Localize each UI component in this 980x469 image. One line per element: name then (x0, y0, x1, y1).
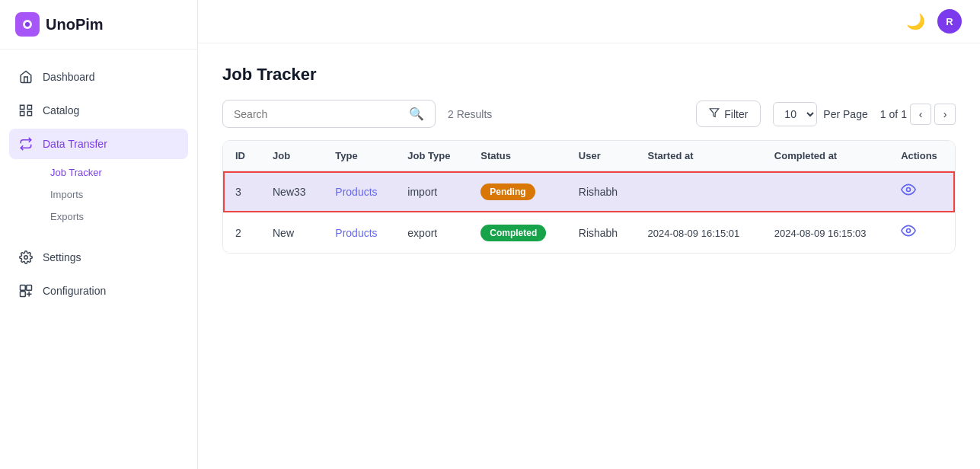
svg-rect-4 (27, 105, 31, 109)
page-total: 1 (901, 108, 907, 120)
cell-actions (889, 212, 955, 254)
cell-user: Rishabh (567, 212, 636, 254)
cell-job: New (260, 212, 323, 254)
cell-job-type: export (395, 212, 468, 254)
catalog-icon (18, 103, 34, 118)
logo-icon (15, 12, 40, 37)
col-started-at: Started at (636, 141, 762, 171)
sidebar-item-dashboard-label: Dashboard (43, 71, 95, 83)
svg-rect-10 (21, 292, 26, 297)
sidebar-item-settings-label: Settings (43, 251, 81, 263)
sidebar-item-configuration[interactable]: Configuration (9, 276, 188, 306)
svg-rect-8 (21, 286, 26, 291)
per-page-group: 10 25 50 Per Page (773, 102, 867, 126)
sidebar: UnoPim Dashboard Catalog (0, 0, 198, 469)
sub-nav: Job Tracker Imports Exports (9, 162, 188, 227)
svg-marker-11 (710, 109, 719, 117)
search-icon: 🔍 (409, 107, 424, 121)
table-header-row: ID Job Type Job Type Status User Started… (223, 141, 955, 171)
main-content: 🌙 R Job Tracker 🔍 2 Results Filter (198, 0, 980, 469)
per-page-select[interactable]: 10 25 50 (773, 102, 817, 126)
col-type: Type (323, 141, 395, 171)
cell-type: Products (323, 171, 395, 212)
cell-type: Products (323, 212, 395, 254)
col-status: Status (468, 141, 567, 171)
per-page-label: Per Page (823, 108, 867, 120)
next-page-button[interactable]: › (934, 104, 956, 125)
configuration-icon (18, 283, 34, 298)
toolbar: 🔍 2 Results Filter 10 25 50 Per Page (222, 100, 956, 128)
sidebar-item-configuration-label: Configuration (43, 285, 106, 297)
cell-id: 2 (223, 212, 260, 254)
dark-mode-toggle[interactable]: 🌙 (906, 12, 925, 30)
topbar: 🌙 R (198, 0, 980, 43)
sidebar-item-job-tracker[interactable]: Job Tracker (43, 162, 188, 183)
cell-user: Rishabh (567, 171, 636, 212)
sidebar-item-data-transfer[interactable]: Data Transfer (9, 129, 188, 159)
svg-point-12 (907, 188, 911, 192)
sidebar-nav: Dashboard Catalog Data Transfer (0, 49, 197, 318)
sidebar-item-exports[interactable]: Exports (43, 206, 188, 227)
sidebar-item-imports[interactable]: Imports (43, 184, 188, 205)
col-id: ID (223, 141, 260, 171)
view-action-icon[interactable] (901, 226, 916, 241)
svg-point-13 (907, 229, 911, 233)
cell-job: New33 (260, 171, 323, 212)
cell-started-at: 2024-08-09 16:15:01 (636, 212, 762, 254)
cell-completed-at: 2024-08-09 16:15:03 (762, 212, 889, 254)
svg-rect-5 (21, 112, 24, 116)
results-count: 2 Results (448, 108, 492, 120)
cell-id: 3 (223, 171, 260, 212)
page-current: 1 (880, 108, 886, 120)
search-input[interactable] (234, 108, 403, 120)
svg-rect-3 (21, 105, 24, 109)
cell-status: Completed (468, 212, 567, 254)
view-action-icon[interactable] (901, 185, 916, 200)
sidebar-item-dashboard[interactable]: Dashboard (9, 62, 188, 92)
cell-status: Pending (468, 171, 567, 212)
cell-completed-at (762, 171, 889, 212)
page-info: 1 of 1 ‹ › (880, 104, 956, 125)
svg-rect-6 (27, 112, 31, 116)
col-actions: Actions (889, 141, 955, 171)
col-user: User (567, 141, 636, 171)
cell-job-type: import (395, 171, 468, 212)
logo: UnoPim (0, 0, 197, 49)
svg-rect-9 (27, 286, 32, 291)
filter-button[interactable]: Filter (696, 100, 761, 127)
page-of: of (889, 108, 899, 120)
data-transfer-icon (18, 136, 34, 152)
table-row: 3 New33 Products import Pending Rishabh (223, 171, 955, 212)
job-table: ID Job Type Job Type Status User Started… (222, 140, 956, 254)
app-name: UnoPim (46, 16, 104, 34)
page-title: Job Tracker (222, 65, 956, 85)
filter-icon (709, 107, 720, 120)
sidebar-item-settings[interactable]: Settings (9, 242, 188, 273)
avatar[interactable]: R (937, 9, 962, 34)
content-area: Job Tracker 🔍 2 Results Filter 10 (198, 43, 980, 469)
col-completed-at: Completed at (762, 141, 889, 171)
table-row: 2 New Products export Completed Rishabh … (223, 212, 955, 254)
svg-point-7 (24, 256, 28, 260)
settings-icon (18, 250, 34, 265)
filter-label: Filter (724, 108, 748, 120)
svg-point-2 (25, 22, 30, 27)
home-icon (18, 69, 34, 85)
sidebar-item-catalog-label: Catalog (43, 104, 79, 116)
sidebar-item-catalog[interactable]: Catalog (9, 95, 188, 126)
cell-actions (889, 171, 955, 212)
col-job: Job (260, 141, 323, 171)
prev-page-button[interactable]: ‹ (910, 104, 931, 125)
search-box[interactable]: 🔍 (222, 100, 436, 128)
sidebar-item-data-transfer-label: Data Transfer (43, 138, 107, 150)
cell-started-at (636, 171, 762, 212)
col-job-type: Job Type (395, 141, 468, 171)
